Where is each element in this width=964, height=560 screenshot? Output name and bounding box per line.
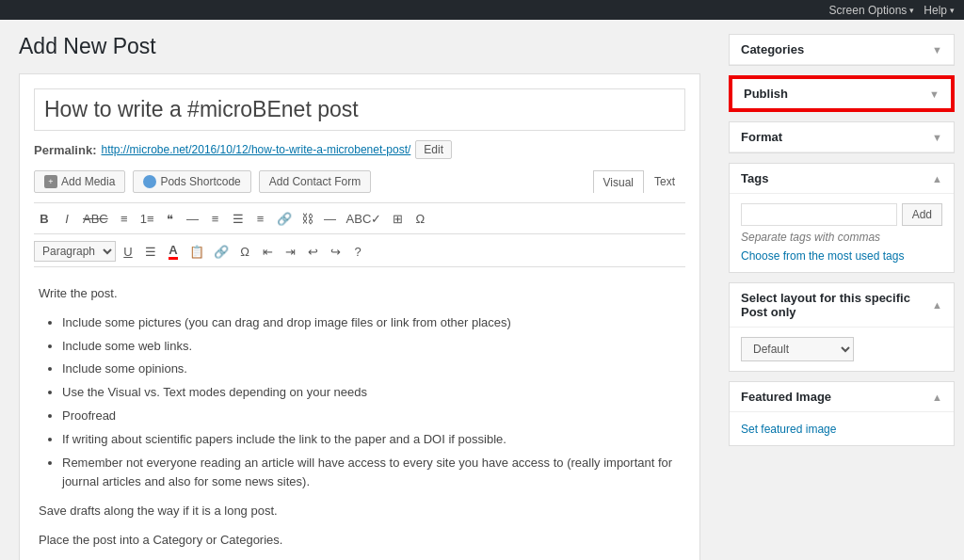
tags-input[interactable]	[741, 203, 897, 226]
permalink-link[interactable]: http://microbe.net/2016/10/12/how-to-wri…	[101, 143, 410, 156]
layout-box: Select layout for this specific Post onl…	[729, 282, 955, 372]
tags-header[interactable]: Tags ▲	[730, 164, 954, 194]
pods-shortcode-button[interactable]: Pods Shortcode	[133, 170, 250, 193]
tags-content: Add Separate tags with commas Choose fro…	[730, 194, 954, 272]
publish-title: Publish	[744, 87, 788, 101]
clear-format-button[interactable]: 🔗	[210, 241, 233, 262]
paragraph-select[interactable]: Paragraph	[34, 241, 116, 262]
paste-text-button[interactable]: 📋	[185, 241, 208, 262]
list-item: Remember not everyone reading an article…	[62, 454, 681, 493]
redo-button[interactable]: ↪	[325, 241, 345, 262]
editor-body[interactable]: Write the post. Include some pictures (y…	[34, 275, 685, 560]
tags-hint: Separate tags with commas	[741, 231, 942, 244]
add-media-button[interactable]: + Add Media	[34, 170, 125, 193]
tags-title: Tags	[741, 171, 768, 185]
admin-bar: Screen Options ▾ Help ▾	[0, 0, 964, 20]
main-content: Add New Post Permalink: http://microbe.n…	[0, 20, 719, 560]
featured-image-header[interactable]: Featured Image ▲	[730, 382, 954, 412]
undo-button[interactable]: ↩	[302, 241, 323, 262]
featured-image-content: Set featured image	[730, 412, 954, 445]
add-tag-button[interactable]: Add	[902, 203, 942, 226]
list-item: Include some opinions.	[62, 360, 681, 379]
list-item: Proofread	[62, 407, 681, 426]
link-button[interactable]: 🔗	[273, 208, 296, 229]
spellcheck-button[interactable]: ABC✓	[343, 208, 386, 229]
featured-image-arrow-icon: ▲	[932, 392, 942, 403]
justify-button[interactable]: ☰	[140, 241, 161, 262]
align-left-button[interactable]: ≡	[205, 208, 226, 229]
post-editor-wrap: Permalink: http://microbe.net/2016/10/12…	[19, 73, 700, 560]
help-button[interactable]: ?	[347, 241, 368, 262]
publish-header[interactable]: Publish ▼	[731, 77, 953, 110]
format-box: Format ▼	[729, 121, 955, 153]
editor-toolbar-row: + Add Media Pods Shortcode Add Contact F…	[34, 170, 685, 193]
text-color-button[interactable]: A	[163, 241, 184, 262]
page-wrap: Add New Post Permalink: http://microbe.n…	[0, 20, 964, 560]
list-item: Use the Visual vs. Text modes depending …	[62, 383, 681, 403]
tags-box: Tags ▲ Add Separate tags with commas Cho…	[729, 163, 955, 273]
strikethrough-button[interactable]: ABC	[79, 208, 112, 229]
blockquote-button[interactable]: ❝	[160, 208, 181, 229]
permalink-edit-button[interactable]: Edit	[415, 140, 452, 159]
help-label: Help	[924, 4, 947, 17]
help-btn[interactable]: Help ▾	[924, 4, 955, 17]
text-tab[interactable]: Text	[644, 170, 685, 193]
increase-indent-button[interactable]: ⇥	[280, 241, 300, 262]
insert-more-button[interactable]: —	[320, 208, 341, 229]
format-header[interactable]: Format ▼	[730, 122, 954, 152]
unlink-button[interactable]: ⛓	[297, 208, 318, 229]
layout-header[interactable]: Select layout for this specific Post onl…	[730, 283, 954, 328]
sidebar: Categories ▼ Publish ▼ Format ▼ Tags ▲	[719, 20, 964, 560]
align-center-button[interactable]: ☰	[228, 208, 249, 229]
pods-icon	[143, 175, 156, 188]
publish-arrow-icon: ▼	[929, 88, 940, 100]
post-title-input[interactable]	[34, 88, 685, 131]
editor-toolbar-1: B I ABC ≡ 1≡ ❝ — ≡ ☰ ≡ 🔗 ⛓ — ABC✓ ⊞ Ω	[34, 202, 685, 234]
layout-content: Default	[730, 328, 954, 371]
featured-image-box: Featured Image ▲ Set featured image	[729, 381, 955, 446]
tags-arrow-icon: ▲	[932, 173, 942, 184]
layout-title: Select layout for this specific Post onl…	[741, 291, 932, 319]
list-item: If writing about scientific papers inclu…	[62, 430, 681, 450]
decrease-indent-button[interactable]: ⇤	[257, 241, 278, 262]
layout-select[interactable]: Default	[741, 337, 854, 361]
editor-list: Include some pictures (you can drag and …	[62, 313, 681, 492]
unordered-list-button[interactable]: ≡	[114, 208, 135, 229]
permalink-row: Permalink: http://microbe.net/2016/10/12…	[34, 140, 685, 159]
bold-button[interactable]: B	[34, 208, 55, 229]
tags-input-row: Add	[741, 203, 942, 226]
editor-intro-text: Write the post.	[39, 284, 681, 304]
list-item: Include some web links.	[62, 337, 681, 357]
permalink-label: Permalink:	[34, 143, 96, 157]
page-title: Add New Post	[19, 34, 700, 59]
toolbar-toggle-button[interactable]: ⊞	[387, 208, 408, 229]
screen-options-arrow-icon: ▾	[909, 6, 914, 15]
featured-image-title: Featured Image	[741, 390, 831, 404]
visual-tab[interactable]: Visual	[593, 170, 644, 193]
categories-header[interactable]: Categories ▼	[730, 35, 954, 65]
list-item: Include some pictures (you can drag and …	[62, 313, 681, 333]
most-used-tags-link[interactable]: Choose from the most used tags	[741, 249, 904, 263]
screen-options-label: Screen Options	[829, 4, 908, 17]
help-arrow-icon: ▾	[950, 6, 955, 15]
categories-title: Categories	[741, 42, 804, 56]
underline-button[interactable]: U	[118, 241, 138, 262]
visual-text-tabs: Visual Text	[593, 170, 685, 193]
editor-para-2: Place the post into a Category or Catego…	[39, 531, 681, 551]
add-media-icon: +	[44, 175, 57, 188]
format-title: Format	[741, 130, 782, 144]
hr-button[interactable]: —	[183, 208, 203, 229]
screen-options-btn[interactable]: Screen Options ▾	[829, 4, 915, 17]
set-featured-image-link[interactable]: Set featured image	[741, 423, 836, 436]
special-char-button[interactable]: Ω	[410, 208, 430, 229]
layout-arrow-icon: ▲	[932, 299, 942, 311]
special-char-button2[interactable]: Ω	[234, 241, 255, 262]
ordered-list-button[interactable]: 1≡	[137, 208, 158, 229]
align-right-button[interactable]: ≡	[250, 208, 271, 229]
format-arrow-icon: ▼	[932, 132, 942, 143]
publish-box: Publish ▼	[729, 75, 955, 112]
editor-para-1: Save drafts along the way if it is a lon…	[39, 502, 681, 521]
categories-arrow-icon: ▼	[932, 44, 942, 56]
add-contact-form-button[interactable]: Add Contact Form	[259, 170, 371, 193]
italic-button[interactable]: I	[56, 208, 77, 229]
